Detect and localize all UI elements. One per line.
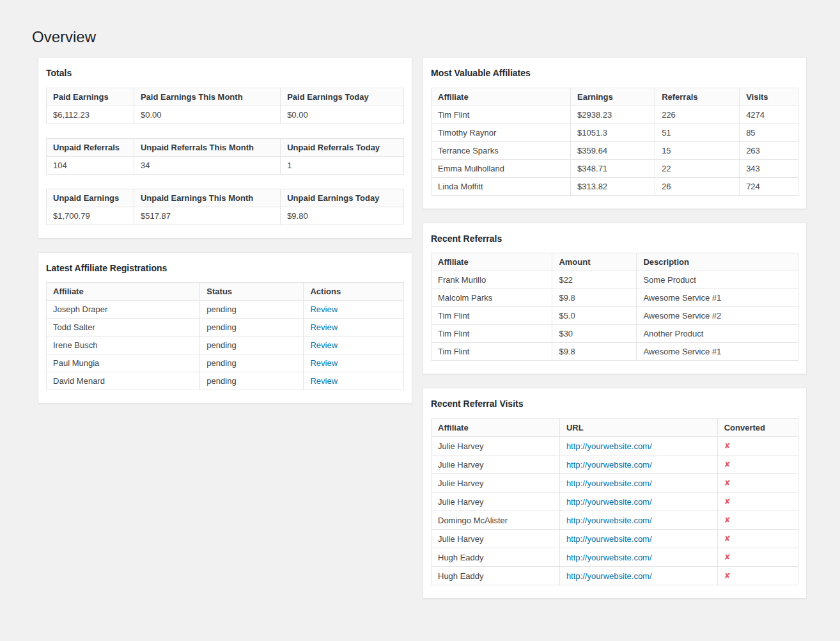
actions-cell: Review <box>304 354 404 372</box>
visit-url-link[interactable]: http://yourwebsite.com/ <box>566 497 652 507</box>
actions-cell: Review <box>304 372 404 390</box>
affiliate-name-cell: Malcolm Parks <box>432 289 552 307</box>
visits-cell: 343 <box>740 159 798 177</box>
affiliate-name-cell: Timothy Raynor <box>432 123 571 141</box>
column-header: Actions <box>304 283 404 301</box>
converted-cell: ✘ <box>717 511 798 530</box>
not-converted-icon: ✘ <box>724 534 731 543</box>
affiliate-name-cell: Tim Flint <box>432 307 552 325</box>
column-header: Paid Earnings This Month <box>134 88 280 106</box>
url-cell: http://yourwebsite.com/ <box>559 567 717 585</box>
recent-referral-visits-panel: Recent Referral Visits Affiliate URL Con… <box>423 388 807 599</box>
converted-cell: ✘ <box>717 548 798 567</box>
table-row: Hugh Eaddy http://yourwebsite.com/ ✘ <box>432 567 798 585</box>
visit-url-link[interactable]: http://yourwebsite.com/ <box>566 516 652 525</box>
review-link[interactable]: Review <box>310 340 338 350</box>
paid-earnings-table: Paid Earnings Paid Earnings This Month P… <box>46 88 404 124</box>
converted-cell: ✘ <box>717 437 798 455</box>
visit-url-link[interactable]: http://yourwebsite.com/ <box>566 553 652 562</box>
column-header: Converted <box>717 419 798 437</box>
affiliate-name-cell: Linda Moffitt <box>432 177 571 195</box>
visit-url-link[interactable]: http://yourwebsite.com/ <box>566 441 652 451</box>
affiliate-name-cell: Tim Flint <box>432 325 552 343</box>
affiliate-name-cell: Paul Mungia <box>47 354 200 372</box>
status-cell: pending <box>200 354 304 372</box>
table-row: 104 34 1 <box>47 156 404 174</box>
affiliate-name-cell: Hugh Eaddy <box>432 567 560 585</box>
affiliate-name-cell: Tim Flint <box>432 343 552 361</box>
not-converted-icon: ✘ <box>724 516 731 525</box>
earnings-cell: $348.71 <box>571 159 655 177</box>
url-cell: http://yourwebsite.com/ <box>559 455 717 474</box>
affiliate-name-cell: David Menard <box>47 372 200 390</box>
url-cell: http://yourwebsite.com/ <box>559 474 717 493</box>
actions-cell: Review <box>304 319 404 336</box>
affiliate-name-cell: Terrance Sparks <box>432 141 571 159</box>
value-cell: $9.80 <box>281 207 404 225</box>
url-cell: http://yourwebsite.com/ <box>559 511 717 530</box>
column-header: Description <box>637 253 798 271</box>
earnings-cell: $359.64 <box>571 141 655 159</box>
url-cell: http://yourwebsite.com/ <box>559 530 717 548</box>
value-cell: $0.00 <box>281 106 404 123</box>
table-row: Linda Moffitt $313.82 26 724 <box>432 177 798 195</box>
visits-cell: 4274 <box>740 106 798 123</box>
most-valuable-table: Affiliate Earnings Referrals Visits Tim … <box>431 88 798 196</box>
affiliate-name-cell: Julie Harvey <box>432 455 560 474</box>
column-header: Unpaid Earnings This Month <box>134 189 280 207</box>
description-cell: Awesome Service #1 <box>637 343 798 361</box>
page-title: Overview <box>32 28 807 47</box>
column-header: Unpaid Referrals This Month <box>134 138 280 156</box>
amount-cell: $9.8 <box>552 289 637 307</box>
visits-cell: 724 <box>740 177 798 195</box>
column-header: Affiliate <box>432 419 560 437</box>
amount-cell: $9.8 <box>552 343 637 361</box>
value-cell: $0.00 <box>134 106 280 123</box>
table-row: Emma Mulholland $348.71 22 343 <box>432 159 798 177</box>
table-row: Tim Flint $2938.23 226 4274 <box>432 106 798 123</box>
review-link[interactable]: Review <box>310 376 338 386</box>
visit-url-link[interactable]: http://yourwebsite.com/ <box>566 479 652 488</box>
column-header: Affiliate <box>47 283 200 301</box>
column-header: Referrals <box>655 88 740 106</box>
column-header: Affiliate <box>432 253 552 271</box>
visit-url-link[interactable]: http://yourwebsite.com/ <box>566 460 652 470</box>
converted-cell: ✘ <box>717 567 798 585</box>
table-row: Joseph Draper pending Review <box>47 301 404 319</box>
recent-referrals-panel-title: Recent Referrals <box>423 223 806 253</box>
table-row: Timothy Raynor $1051.3 51 85 <box>432 123 798 141</box>
totals-panel-title: Totals <box>38 58 412 88</box>
table-row: Domingo McAlister http://yourwebsite.com… <box>432 511 798 530</box>
url-cell: http://yourwebsite.com/ <box>559 493 717 511</box>
unpaid-referrals-table: Unpaid Referrals Unpaid Referrals This M… <box>46 138 404 175</box>
table-row: Julie Harvey http://yourwebsite.com/ ✘ <box>432 530 798 548</box>
not-converted-icon: ✘ <box>724 497 731 506</box>
url-cell: http://yourwebsite.com/ <box>559 437 717 455</box>
column-header: Earnings <box>571 88 655 106</box>
referrals-cell: 226 <box>655 106 740 123</box>
column-header: Amount <box>552 253 637 271</box>
description-cell: Another Product <box>637 325 798 343</box>
value-cell: 1 <box>281 156 404 174</box>
converted-cell: ✘ <box>717 530 798 548</box>
visit-url-link[interactable]: http://yourwebsite.com/ <box>566 534 652 544</box>
affiliate-name-cell: Tim Flint <box>432 106 571 123</box>
referrals-cell: 51 <box>655 123 740 141</box>
left-column: Totals Paid Earnings Paid Earnings This … <box>38 57 412 418</box>
visit-url-link[interactable]: http://yourwebsite.com/ <box>566 571 652 581</box>
review-link[interactable]: Review <box>310 358 338 368</box>
status-cell: pending <box>200 319 304 336</box>
affiliate-name-cell: Julie Harvey <box>432 474 560 493</box>
affiliate-name-cell: Frank Murillo <box>432 271 552 289</box>
status-cell: pending <box>200 301 304 319</box>
review-link[interactable]: Review <box>310 322 338 332</box>
actions-cell: Review <box>304 336 404 354</box>
affiliate-name-cell: Julie Harvey <box>432 530 560 548</box>
column-header: Unpaid Referrals <box>47 138 134 156</box>
column-header: Paid Earnings Today <box>281 88 404 106</box>
description-cell: Awesome Service #2 <box>637 307 798 325</box>
review-link[interactable]: Review <box>310 305 338 314</box>
recent-visits-table: Affiliate URL Converted Julie Harvey htt… <box>431 418 798 585</box>
table-row: Julie Harvey http://yourwebsite.com/ ✘ <box>432 455 798 474</box>
status-cell: pending <box>200 336 304 354</box>
